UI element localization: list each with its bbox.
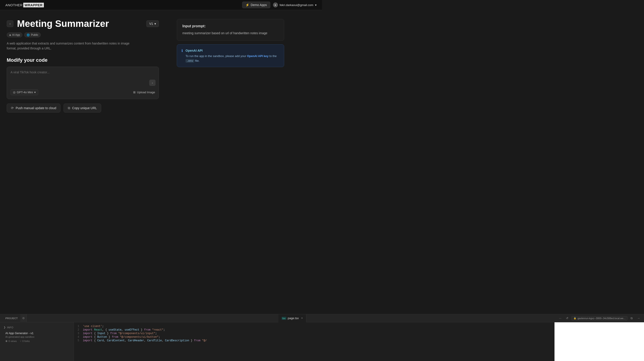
ai-app-tag: ◈ AI App <box>7 32 22 37</box>
header: ANOTHER WRAPPER ⚡ Demo Apps ● fekri.dark… <box>0 0 322 10</box>
main-content: ‹ Meeting Summarizer V1 ▾ ◈ AI App 🌐 Pub… <box>0 10 322 121</box>
ai-tag-label: AI App <box>12 33 20 36</box>
model-label: GPT-4o Mini <box>17 91 33 94</box>
code-input-area: ◎ GPT-4o Mini ▾ ⊞ Upload Image › <box>7 67 159 99</box>
user-email: fekri.darkaoui@gmail.com <box>280 3 313 7</box>
right-panel: Input prompt: meeting summarizer based o… <box>177 19 284 112</box>
copy-url-button[interactable]: ⧉ Copy unique URL <box>64 104 101 112</box>
back-button[interactable]: ‹ <box>7 20 14 27</box>
demo-apps-button[interactable]: ⚡ Demo Apps <box>242 1 270 8</box>
push-update-button[interactable]: ⟳ Push manual update to cloud <box>7 104 60 112</box>
input-prompt-card: Input prompt: meeting summarizer based o… <box>177 19 284 41</box>
avatar-icon: ● <box>274 3 276 6</box>
version-chevron-icon: ▾ <box>154 22 156 25</box>
code-textarea[interactable] <box>10 70 155 86</box>
user-menu[interactable]: ● fekri.darkaoui@gmail.com ▾ <box>273 2 317 7</box>
api-notice-text: To run the app in the sandbox, please ad… <box>186 54 276 62</box>
push-icon: ⟳ <box>11 106 14 110</box>
bolt-icon: ⚡ <box>246 3 249 7</box>
back-icon: ‹ <box>10 22 11 25</box>
public-tag-label: Public <box>31 33 38 36</box>
model-chevron-icon: ▾ <box>34 91 36 94</box>
modify-heading: Modify your code <box>7 57 159 63</box>
globe-icon: 🌐 <box>27 33 30 36</box>
version-label: V1 <box>149 22 153 25</box>
upload-label: Upload Image <box>137 91 155 94</box>
chevron-down-icon: ▾ <box>315 3 317 7</box>
logo-wrapper-text: WRAPPER <box>23 3 44 7</box>
demo-apps-label: Demo Apps <box>250 3 267 7</box>
page-header: ‹ Meeting Summarizer V1 ▾ <box>7 19 159 28</box>
model-selector[interactable]: ◎ GPT-4o Mini ▾ <box>10 89 38 95</box>
input-prompt-label: Input prompt: <box>182 24 278 28</box>
logo: ANOTHER WRAPPER <box>5 3 44 7</box>
info-circle-icon: ℹ <box>182 48 183 53</box>
avatar: ● <box>273 2 278 7</box>
push-label: Push manual update to cloud <box>16 106 56 110</box>
input-prompt-text: meeting summarizer based on url of handw… <box>182 31 278 35</box>
api-key-link[interactable]: OpenAI API key <box>247 54 268 58</box>
version-selector[interactable]: V1 ▾ <box>146 20 159 27</box>
api-notice-content: OpenAI API To run the app in the sandbox… <box>186 48 280 63</box>
public-tag: 🌐 Public <box>24 32 41 37</box>
api-notice-card: ℹ OpenAI API To run the app in the sandb… <box>177 44 284 67</box>
app-description: A web application that extracts and summ… <box>7 41 132 51</box>
copy-url-label: Copy unique URL <box>72 106 97 110</box>
action-buttons: ⟳ Push manual update to cloud ⧉ Copy uni… <box>7 104 159 112</box>
send-icon: › <box>152 81 153 84</box>
logo-lockup: ANOTHER WRAPPER <box>5 3 44 7</box>
env-code: .env <box>186 59 194 63</box>
api-notice-title: OpenAI API <box>186 48 280 53</box>
upload-image-button[interactable]: ⊞ Upload Image <box>133 91 155 94</box>
tags-row: ◈ AI App 🌐 Public <box>7 32 159 37</box>
logo-another-text: ANOTHER <box>5 3 22 7</box>
code-input-footer: ◎ GPT-4o Mini ▾ ⊞ Upload Image <box>10 89 155 95</box>
header-right: ⚡ Demo Apps ● fekri.darkaoui@gmail.com ▾ <box>242 1 317 8</box>
copy-icon: ⧉ <box>68 106 70 110</box>
left-panel: ‹ Meeting Summarizer V1 ▾ ◈ AI App 🌐 Pub… <box>7 19 159 112</box>
image-icon: ⊞ <box>133 91 136 94</box>
model-icon: ◎ <box>13 91 16 94</box>
send-button[interactable]: › <box>149 80 156 86</box>
ai-tag-icon: ◈ <box>9 33 11 36</box>
page-title: Meeting Summarizer <box>17 19 109 28</box>
